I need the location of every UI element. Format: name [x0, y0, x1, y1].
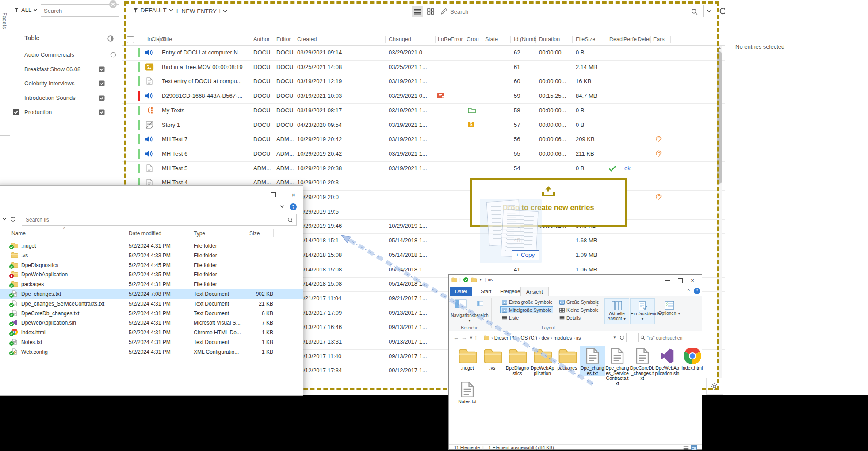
breadcrumb-segment[interactable]: iis: [576, 335, 581, 340]
facet-filter-button[interactable]: ALL: [14, 7, 38, 13]
explorer2-search-input[interactable]: [645, 335, 699, 340]
minimize-button[interactable]: [246, 189, 260, 200]
back-icon[interactable]: ←: [453, 334, 459, 341]
table-scrollbar[interactable]: [717, 46, 722, 390]
file-row[interactable]: DpeCoreDb_changes.txt5/2/2024 4:31 PMTex…: [0, 309, 303, 318]
table-row[interactable]: Story 1DOCUDOCU04/23/2020 09:5403/19/202…: [122, 118, 725, 133]
table-row[interactable]: Entry of DOCU at computer N...DOCUDOCU03…: [122, 46, 725, 61]
task-card-icon[interactable]: [99, 109, 105, 115]
nav-pane-label[interactable]: Navigationsbereich ▼: [451, 313, 489, 323]
file-row[interactable]: DpeWebApplication5/2/2024 4:35 PMFile fo…: [0, 270, 303, 279]
details-view-toggle-icon[interactable]: [683, 445, 689, 450]
address-dropdown-icon[interactable]: [2, 218, 7, 221]
view-medium-selected[interactable]: Mittelgroße Symbole: [500, 306, 553, 313]
task-card-icon[interactable]: [99, 66, 105, 73]
breadcrumb[interactable]: ›Dieser PC›OS (C:)›dev›modules›iis ▼: [482, 333, 627, 342]
help-icon[interactable]: ?: [694, 288, 700, 294]
collapse-ribbon-icon[interactable]: ^: [688, 289, 690, 294]
maximize-button[interactable]: [266, 189, 280, 200]
ear-icon[interactable]: [655, 150, 662, 157]
breadcrumb-chevron-icon[interactable]: ▼: [613, 336, 616, 340]
breadcrumb-segment[interactable]: OS (C:): [520, 335, 537, 340]
scrollbar-thumb[interactable]: [717, 51, 722, 184]
table-settings-button[interactable]: [706, 378, 723, 395]
search-icon[interactable]: [287, 217, 293, 223]
file-row[interactable]: .vs5/2/2024 4:33 PMFile folder: [0, 251, 303, 260]
facet-search-input[interactable]: [41, 8, 124, 14]
file-row[interactable]: Notes.txt5/2/2024 4:31 PMText Document1 …: [0, 337, 303, 347]
show-hide-button[interactable]: Ein-/ausblenden ▼: [630, 298, 655, 324]
close-facets-icon[interactable]: [109, 0, 117, 8]
table-row[interactable]: Text entry of DOCU at compu...DOCUDOCU03…: [122, 74, 725, 89]
refresh-icon[interactable]: [10, 216, 16, 222]
file-column-date-modified[interactable]: Date modified: [129, 230, 161, 237]
explorer-search-input[interactable]: [22, 217, 287, 223]
file-row[interactable]: .nuget5/2/2024 4:31 PMFile folder: [0, 241, 303, 251]
grid-item[interactable]: .vs: [480, 346, 505, 371]
options-button[interactable]: Optionen ▼: [658, 298, 681, 323]
grid-item[interactable]: Notes.txt: [455, 380, 480, 405]
breadcrumb-segment[interactable]: Dieser PC: [494, 335, 516, 340]
sidebar-item-introduction-sounds[interactable]: Introduction Sounds: [10, 91, 122, 105]
view-extra-large[interactable]: Extra große Symbole: [502, 299, 553, 305]
table-row[interactable]: Bird in a Tree.MOV 00:00:08:19DOCUDOCU03…: [122, 60, 725, 75]
sidebar-item-celebrity-interviews[interactable]: Celebrity Interviews: [10, 76, 122, 91]
file-row[interactable]: packages5/2/2024 4:31 PMFile folder: [0, 279, 303, 289]
close-button[interactable]: ×: [287, 189, 301, 200]
file-column-type[interactable]: Type: [194, 230, 205, 237]
close-button[interactable]: ×: [687, 276, 698, 285]
file-row[interactable]: Dpe_changes_ServiceContracts.txt5/2/2024…: [0, 299, 303, 309]
grid-item[interactable]: Dpe_changes_ServiceContracts.txt: [605, 346, 630, 386]
maximize-button[interactable]: [674, 276, 686, 285]
sidebar-item-breakfast-show-06-08[interactable]: Breakfast Show 06.08: [10, 62, 122, 76]
sidebar-item-audio-commercials[interactable]: Audio Commercials: [10, 48, 122, 62]
file-row[interactable]: DpeWebApplication.sln5/2/2024 4:31 PMMic…: [0, 318, 303, 328]
view-details[interactable]: Details: [559, 315, 581, 321]
grid-item[interactable]: DpeDiagnostics: [505, 346, 530, 376]
file-row[interactable]: DpeDiagnostics5/2/2024 4:45 PMFile folde…: [0, 260, 303, 270]
grid-item[interactable]: index.html: [680, 346, 705, 371]
file-column-name[interactable]: Name: [11, 230, 26, 237]
grid-item[interactable]: DpeCoreDb_changes.txt: [630, 346, 655, 381]
grid-item[interactable]: DpeWebApplication: [530, 346, 555, 376]
ear-icon[interactable]: [655, 193, 662, 201]
grid-item[interactable]: Dpe_changes.txt: [580, 346, 605, 376]
scroll-up-icon[interactable]: [718, 46, 721, 49]
grid-item[interactable]: packages: [555, 346, 580, 371]
up-icon[interactable]: ↑: [474, 334, 478, 341]
current-view-button[interactable]: Aktuelle Ansicht ▼: [604, 298, 629, 324]
grid-item[interactable]: .nuget: [455, 346, 480, 371]
history-chevron-icon[interactable]: ▼: [469, 336, 473, 340]
table-row[interactable]: MH Test 5ADM...ADM...10/29/2019 20:3803/…: [122, 161, 725, 176]
file-row[interactable]: Dpe_changes.txt5/2/2024 7:08 PMText Docu…: [0, 289, 303, 299]
selected-checkbox[interactable]: [13, 109, 19, 115]
folder-icon[interactable]: [471, 277, 477, 282]
contrast-icon[interactable]: [107, 35, 114, 42]
breadcrumb-segment[interactable]: dev: [541, 335, 549, 340]
ribbon-expand-icon[interactable]: [280, 205, 284, 208]
table-row[interactable]: MH Test 6DOCUADM...10/29/2019 20:4203/19…: [122, 147, 725, 162]
help-icon[interactable]: ?: [290, 203, 297, 210]
navigation-pane-icon[interactable]: [455, 299, 467, 308]
sidebar-item-production[interactable]: Production: [10, 105, 122, 119]
grid-item[interactable]: DpeWebApplication.sln: [655, 346, 680, 376]
forward-icon[interactable]: →: [461, 334, 467, 341]
breadcrumb-segment[interactable]: modules: [554, 335, 572, 340]
view-small[interactable]: Kleine Symbole: [559, 307, 599, 313]
file-column-size[interactable]: Size: [249, 230, 260, 237]
minimize-button[interactable]: [662, 276, 673, 285]
tab-start[interactable]: Start: [475, 287, 497, 296]
tab-ansicht[interactable]: Ansicht: [520, 287, 549, 297]
table-row[interactable]: D29081CD-1668-443A-B567-...DOCUDOCU03/19…: [122, 89, 725, 104]
view-scroll-arrows[interactable]: ▲▼▼: [596, 300, 599, 312]
task-card-icon[interactable]: [99, 95, 105, 101]
file-row[interactable]: index.html5/2/2024 4:31 PMChrome HTML Do…: [0, 328, 303, 337]
tab-datei[interactable]: Datei: [450, 287, 472, 296]
view-list[interactable]: Liste: [502, 315, 519, 321]
table-row[interactable]: MH Test 7DOCUADM...10/29/2019 20:4203/19…: [122, 132, 725, 147]
preview-pane-icon[interactable]: [477, 300, 483, 306]
radio-circle-icon[interactable]: [110, 52, 116, 58]
refresh-icon[interactable]: [619, 335, 624, 340]
task-card-icon[interactable]: [99, 80, 105, 87]
icons-view-toggle-icon[interactable]: [691, 445, 697, 450]
